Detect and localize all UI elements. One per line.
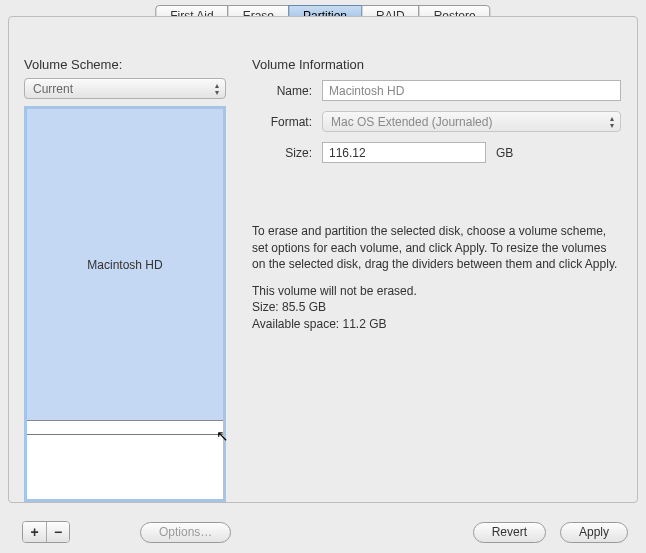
help-available-line: Available space: 11.2 GB — [252, 316, 621, 333]
format-label: Format: — [252, 115, 312, 129]
partition-divider[interactable] — [27, 421, 223, 435]
disk-utility-partition-pane: First AidErasePartitionRAIDRestore Volum… — [0, 0, 646, 553]
add-partition-button[interactable]: + — [23, 522, 46, 542]
name-field[interactable] — [322, 80, 621, 101]
volume-info-column: Volume Information Name: Format: Mac OS … — [234, 57, 637, 502]
revert-button[interactable]: Revert — [473, 522, 546, 543]
partition-volume-label: Macintosh HD — [87, 258, 162, 272]
updown-arrows-icon: ▴▾ — [610, 115, 614, 129]
volume-scheme-column: Volume Scheme: Current ▴▾ Macintosh HD ↖ — [9, 57, 234, 502]
partition-layout[interactable]: Macintosh HD ↖ — [24, 106, 226, 502]
apply-button[interactable]: Apply — [560, 522, 628, 543]
remove-partition-button[interactable]: − — [46, 522, 69, 542]
partition-volume[interactable]: Macintosh HD — [27, 109, 223, 421]
size-field[interactable] — [322, 142, 486, 163]
volume-info-title: Volume Information — [252, 57, 621, 72]
volume-scheme-popup[interactable]: Current ▴▾ — [24, 78, 226, 99]
volume-scheme-value: Current — [33, 82, 73, 96]
help-text: To erase and partition the selected disk… — [252, 223, 621, 332]
help-erase-status: This volume will not be erased. — [252, 283, 621, 300]
updown-arrows-icon: ▴▾ — [215, 82, 219, 96]
format-popup[interactable]: Mac OS Extended (Journaled) ▴▾ — [322, 111, 621, 132]
name-label: Name: — [252, 84, 312, 98]
volume-scheme-label: Volume Scheme: — [24, 57, 226, 72]
size-unit: GB — [496, 146, 513, 160]
help-size-line: Size: 85.5 GB — [252, 299, 621, 316]
help-paragraph: To erase and partition the selected disk… — [252, 223, 621, 273]
options-button[interactable]: Options… — [140, 522, 231, 543]
format-value: Mac OS Extended (Journaled) — [331, 115, 492, 129]
size-label: Size: — [252, 146, 312, 160]
content-panel: Volume Scheme: Current ▴▾ Macintosh HD ↖… — [8, 16, 638, 503]
bottom-toolbar: + − Options… Revert Apply — [8, 521, 638, 543]
add-remove-segment: + − — [22, 521, 70, 543]
